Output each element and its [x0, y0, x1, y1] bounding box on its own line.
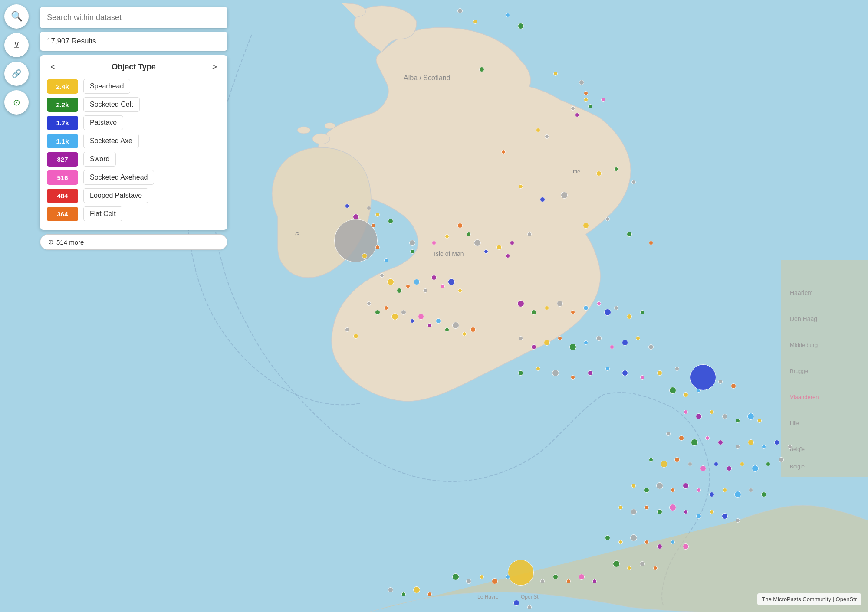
svg-point-3 [325, 123, 335, 129]
svg-point-2 [297, 127, 310, 134]
attribution: The MicroPasts Community | OpenStr [757, 593, 861, 605]
filter-label: Patstave [83, 115, 123, 130]
filter-item[interactable]: 516Socketed Axehead [47, 170, 220, 185]
svg-text:Middelburg: Middelburg [790, 342, 818, 348]
filter-title: Object Type [112, 62, 156, 72]
filter-item[interactable]: 1.1kSocketed Axe [47, 134, 220, 148]
svg-text:Le Havre: Le Havre [477, 594, 499, 600]
svg-text:Vlaanderen: Vlaanderen [790, 394, 819, 400]
filter-item[interactable]: 1.7kPatstave [47, 115, 220, 130]
filter-label: Spearhead [83, 79, 130, 94]
svg-text:Haarlem: Haarlem [790, 289, 813, 296]
svg-text:Alba / Scotland: Alba / Scotland [404, 74, 450, 82]
svg-text:G...: G... [295, 231, 304, 238]
link-button[interactable]: 🔗 [4, 62, 29, 86]
filter-button[interactable]: ⊻ [4, 33, 29, 57]
search-input[interactable] [47, 13, 220, 22]
filter-badge: 2.4k [47, 79, 78, 94]
filter-badge: 516 [47, 170, 78, 185]
more-button[interactable]: ⊕ 514 more [40, 234, 227, 250]
attribution-text: The MicroPasts Community | OpenStr [762, 596, 857, 602]
filter-badge: 1.7k [47, 116, 78, 130]
filter-label: Socketed Axe [83, 134, 139, 148]
filter-icon: ⊻ [13, 40, 20, 50]
filter-item[interactable]: 2.2kSocketed Celt [47, 97, 220, 112]
filter-badge: 484 [47, 189, 78, 203]
results-text: 17,907 Results [47, 37, 96, 45]
filter-panel: < Object Type > 2.4kSpearhead2.2kSockete… [40, 55, 227, 230]
search-button[interactable]: 🔍 [4, 4, 29, 29]
more-label: 514 more [56, 239, 84, 246]
filter-label: Socketed Celt [83, 97, 140, 112]
filter-label: Flat Celt [83, 206, 122, 221]
svg-text:Isle of Man: Isle of Man [434, 250, 464, 257]
svg-text:ttle: ttle [573, 168, 580, 175]
filter-label: Sword [83, 152, 116, 167]
svg-text:Den Haag: Den Haag [790, 315, 817, 322]
filter-badge: 2.2k [47, 98, 78, 112]
svg-text:Belgïe: Belgïe [790, 446, 805, 452]
search-icon: 🔍 [11, 11, 23, 22]
filter-item[interactable]: 827Sword [47, 152, 220, 167]
filter-item[interactable]: 364Flat Celt [47, 206, 220, 221]
svg-text:Brugge: Brugge [790, 368, 808, 374]
filter-label: Looped Patstave [83, 188, 148, 203]
svg-point-1 [312, 134, 330, 144]
filter-prev-button[interactable]: < [47, 60, 59, 74]
search-container [40, 7, 227, 28]
plus-icon: ⊕ [48, 238, 54, 246]
svg-text:Lille: Lille [790, 420, 799, 426]
locate-icon: ⊙ [13, 97, 20, 108]
results-count: 17,907 Results [40, 32, 227, 51]
filter-item[interactable]: 2.4kSpearhead [47, 79, 220, 94]
filter-next-button[interactable]: > [208, 60, 220, 74]
svg-text:Belgïe: Belgïe [790, 464, 805, 470]
locate-button[interactable]: ⊙ [4, 90, 29, 115]
filter-label: Socketed Axehead [83, 170, 154, 185]
svg-text:OpenStr: OpenStr [521, 594, 540, 600]
filter-header: < Object Type > [47, 60, 220, 74]
filter-badge: 1.1k [47, 134, 78, 148]
filter-badge: 364 [47, 207, 78, 221]
link-icon: 🔗 [12, 69, 21, 79]
filter-item[interactable]: 484Looped Patstave [47, 188, 220, 203]
filter-badge: 827 [47, 152, 78, 167]
filter-items-list: 2.4kSpearhead2.2kSocketed Celt1.7kPatsta… [47, 79, 220, 221]
